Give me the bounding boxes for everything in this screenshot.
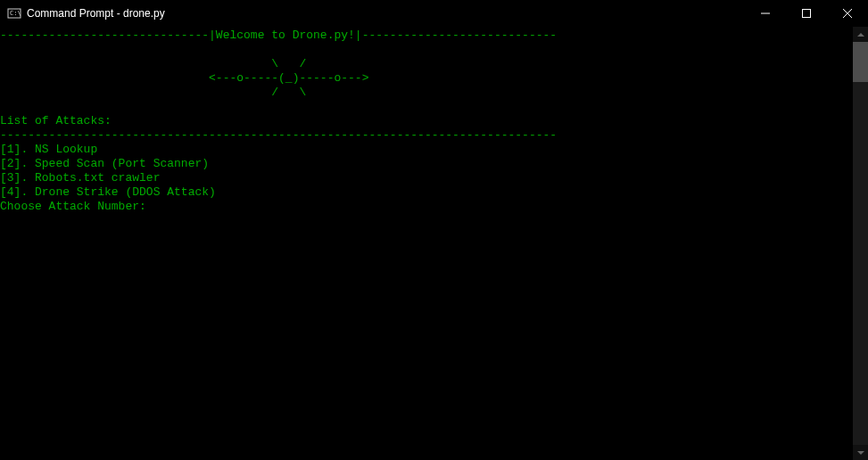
svg-text:C:\: C:\ xyxy=(10,10,21,17)
window-title: Command Prompt - drone.py xyxy=(27,7,745,20)
terminal-line: [3]. Robots.txt crawler xyxy=(0,171,160,185)
minimize-button[interactable] xyxy=(745,0,786,27)
terminal-prompt: Choose Attack Number: xyxy=(0,200,153,213)
svg-marker-7 xyxy=(857,451,864,455)
terminal-line: [4]. Drone Strike (DDOS Attack) xyxy=(0,185,216,199)
titlebar: C:\ Command Prompt - drone.py xyxy=(0,0,868,27)
scrollbar[interactable] xyxy=(853,27,868,460)
terminal-line: / \ xyxy=(0,86,306,99)
scrollbar-down-button[interactable] xyxy=(853,445,868,460)
terminal-line: ----------------------------------------… xyxy=(0,128,557,142)
terminal-line: \ / xyxy=(0,57,306,70)
scrollbar-thumb[interactable] xyxy=(853,42,868,82)
terminal-line: [2]. Speed Scan (Port Scanner) xyxy=(0,157,209,170)
cmd-icon: C:\ xyxy=(7,6,21,21)
svg-marker-6 xyxy=(857,33,864,37)
svg-rect-3 xyxy=(803,10,811,18)
terminal-content: ------------------------------|Welcome t… xyxy=(0,27,853,460)
terminal-line: ------------------------------|Welcome t… xyxy=(0,29,557,42)
terminal-line: List of Attacks: xyxy=(0,114,112,127)
window-controls xyxy=(745,0,868,27)
terminal-line: [1]. NS Lookup xyxy=(0,143,97,156)
terminal-area[interactable]: ------------------------------|Welcome t… xyxy=(0,27,868,460)
maximize-button[interactable] xyxy=(786,0,827,27)
close-button[interactable] xyxy=(827,0,868,27)
terminal-line: <---o-----(_)-----o---> xyxy=(0,71,368,85)
scrollbar-up-button[interactable] xyxy=(853,27,868,42)
